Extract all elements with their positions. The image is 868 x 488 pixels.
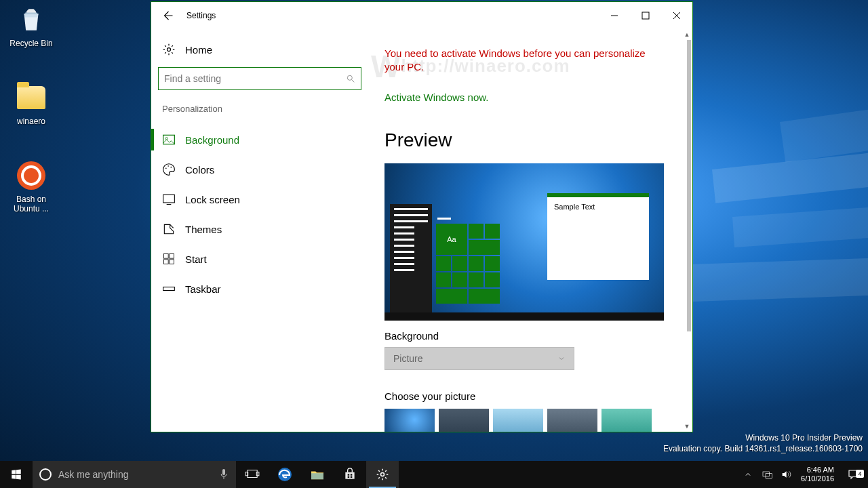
- taskbar: Ask me anything 6:46 AM 6/10/2016 4: [0, 461, 868, 488]
- svg-rect-23: [348, 474, 350, 476]
- preview-taskbar: [384, 312, 664, 321]
- close-button[interactable]: [661, 2, 692, 29]
- search-box[interactable]: [158, 67, 361, 90]
- search-icon: [346, 74, 355, 83]
- settings-sidebar: Home Personalization Background Colors L…: [151, 29, 368, 432]
- palette-icon: [162, 163, 176, 176]
- minimize-button[interactable]: [599, 2, 630, 29]
- back-button[interactable]: [151, 2, 184, 29]
- gear-icon: [162, 43, 176, 56]
- tray-clock[interactable]: 6:46 AM 6/10/2016: [797, 466, 838, 483]
- svg-point-8: [165, 168, 167, 169]
- svg-rect-25: [348, 476, 350, 479]
- themes-icon: [162, 222, 176, 236]
- picture-thumb[interactable]: [493, 409, 543, 432]
- nav-label: Taskbar: [185, 283, 221, 295]
- task-view-button[interactable]: [236, 461, 269, 488]
- svg-rect-17: [163, 287, 175, 291]
- svg-point-9: [167, 165, 169, 167]
- wallpaper-ray: [732, 203, 868, 247]
- desktop-icon-label: winaero: [5, 117, 57, 126]
- preview-tiles: Aa: [436, 218, 505, 312]
- svg-point-4: [347, 75, 352, 80]
- picture-thumb[interactable]: [384, 409, 435, 432]
- scrollbar-thumb[interactable]: [687, 40, 691, 331]
- scroll-up-icon[interactable]: ▲: [682, 29, 692, 40]
- maximize-button[interactable]: [630, 2, 661, 29]
- svg-rect-19: [248, 470, 257, 478]
- nav-label: Colors: [185, 164, 214, 176]
- svg-line-5: [352, 80, 355, 83]
- desktop-icon-label: Bash on Ubuntu ...: [5, 195, 57, 214]
- svg-rect-2: [642, 12, 649, 19]
- picture-thumb[interactable]: [601, 409, 652, 432]
- nav-themes[interactable]: Themes: [158, 214, 361, 244]
- picture-thumb[interactable]: [547, 409, 597, 432]
- wallpaper-ray: [780, 98, 868, 163]
- tray-network-icon[interactable]: [759, 461, 775, 488]
- nav-home[interactable]: Home: [158, 37, 361, 67]
- nav-label: Lock screen: [185, 194, 240, 205]
- svg-rect-16: [170, 260, 174, 264]
- window-title: Settings: [186, 11, 216, 20]
- scroll-down-icon[interactable]: ▼: [682, 421, 692, 432]
- picture-thumb[interactable]: [439, 409, 489, 432]
- ubuntu-icon: [15, 159, 47, 192]
- picture-thumbnails: [384, 409, 668, 432]
- microphone-icon[interactable]: [218, 468, 229, 481]
- system-tray: 6:46 AM 6/10/2016 4: [740, 461, 868, 488]
- nav-colors[interactable]: Colors: [158, 155, 361, 184]
- cortana-placeholder: Ask me anything: [58, 469, 212, 480]
- lock-screen-icon: [162, 192, 176, 206]
- taskbar-explorer[interactable]: [301, 461, 334, 488]
- desktop-icon-recycle-bin[interactable]: Recycle Bin: [5, 3, 57, 48]
- start-button[interactable]: [0, 461, 33, 488]
- settings-window: Settings Home Personalization Background: [151, 1, 693, 432]
- taskbar-store[interactable]: [334, 461, 366, 488]
- search-input[interactable]: [164, 73, 346, 84]
- taskbar-edge[interactable]: [269, 461, 301, 488]
- evaluation-watermark: Windows 10 Pro Insider Preview Evaluatio…: [663, 432, 863, 454]
- cortana-search[interactable]: Ask me anything: [33, 461, 236, 488]
- taskbar-icon: [162, 282, 176, 296]
- titlebar[interactable]: Settings: [151, 2, 692, 29]
- svg-rect-13: [164, 254, 169, 259]
- tray-volume-icon[interactable]: [778, 461, 794, 488]
- svg-rect-28: [763, 472, 769, 476]
- folder-icon: [15, 81, 47, 114]
- choose-picture-label: Choose your picture: [384, 390, 668, 402]
- desktop-icon-label: Recycle Bin: [5, 39, 57, 48]
- svg-rect-15: [164, 260, 169, 264]
- background-dropdown: Picture: [384, 347, 574, 370]
- wallpaper-preview: Aa Sample Text: [384, 163, 664, 321]
- vertical-scrollbar[interactable]: ▲ ▼: [682, 29, 692, 432]
- nav-background[interactable]: Background: [158, 125, 361, 155]
- background-label: Background: [384, 330, 668, 342]
- tray-chevron-up-icon[interactable]: [740, 461, 756, 488]
- svg-rect-14: [170, 254, 174, 259]
- action-center-button[interactable]: 4: [841, 468, 865, 481]
- activation-warning: You need to activate Windows before you …: [384, 47, 668, 74]
- settings-content: Whttp://winaero.com You need to activate…: [368, 29, 692, 432]
- desktop-icon-winaero[interactable]: winaero: [5, 81, 57, 126]
- wallpaper-ray: [692, 257, 868, 302]
- cortana-icon: [39, 468, 52, 481]
- nav-label: Start: [185, 253, 207, 265]
- start-icon: [162, 252, 176, 266]
- svg-rect-24: [351, 474, 353, 476]
- svg-point-27: [381, 473, 384, 476]
- taskbar-settings[interactable]: [366, 461, 399, 488]
- svg-rect-0: [25, 13, 37, 15]
- sample-text: Sample Text: [554, 203, 595, 211]
- nav-lock-screen[interactable]: Lock screen: [158, 184, 361, 214]
- nav-home-label: Home: [185, 44, 212, 56]
- recycle-bin-icon: [15, 3, 47, 36]
- svg-point-3: [167, 48, 171, 52]
- preview-tile: Aa: [436, 224, 467, 255]
- nav-start[interactable]: Start: [158, 244, 361, 274]
- activate-windows-link[interactable]: Activate Windows now.: [384, 92, 488, 103]
- svg-point-10: [171, 167, 172, 168]
- nav-taskbar[interactable]: Taskbar: [158, 274, 361, 304]
- desktop-icon-bash-ubuntu[interactable]: Bash on Ubuntu ...: [5, 159, 57, 214]
- picture-icon: [162, 133, 176, 146]
